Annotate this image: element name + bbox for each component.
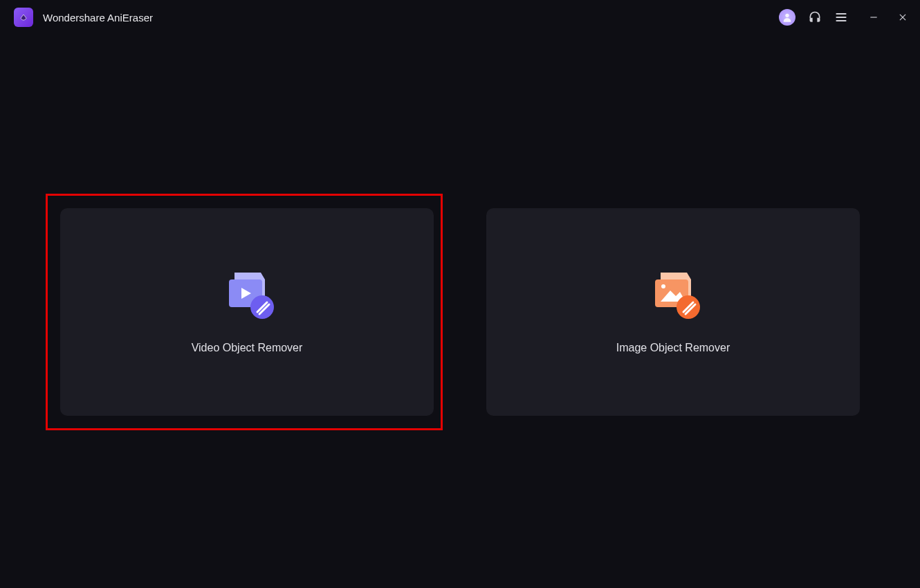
user-avatar-icon[interactable]	[779, 9, 795, 26]
titlebar-right	[779, 9, 909, 26]
minimize-button[interactable]	[867, 11, 880, 24]
headset-icon[interactable]	[808, 10, 822, 24]
svg-point-0	[785, 14, 789, 17]
image-card-wrap: Image Object Remover	[477, 194, 874, 430]
video-remover-icon	[219, 270, 275, 320]
titlebar-left: Wondershare AniEraser	[14, 8, 153, 27]
image-card-label: Image Object Remover	[616, 342, 730, 354]
svg-point-12	[661, 284, 665, 288]
video-object-remover-card[interactable]: Video Object Remover	[60, 208, 434, 416]
app-logo-icon	[14, 8, 33, 27]
menu-icon[interactable]	[834, 10, 848, 24]
image-remover-icon	[645, 270, 701, 320]
app-title: Wondershare AniEraser	[43, 12, 153, 24]
window-controls	[867, 11, 909, 24]
titlebar: Wondershare AniEraser	[0, 0, 920, 35]
video-card-highlight: Video Object Remover	[46, 194, 443, 430]
main-content: Video Object Remover	[0, 35, 920, 430]
video-card-label: Video Object Remover	[192, 342, 303, 354]
close-button[interactable]	[896, 11, 909, 24]
image-object-remover-card[interactable]: Image Object Remover	[486, 208, 860, 416]
